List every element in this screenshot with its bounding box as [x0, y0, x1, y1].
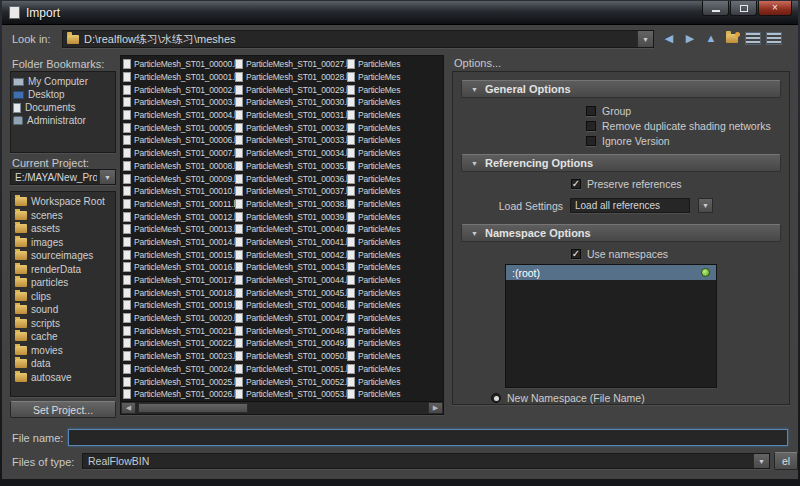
titlebar[interactable]: Import ×	[2, 1, 798, 25]
file-item[interactable]: ParticleMes	[347, 363, 443, 376]
file-item[interactable]: ParticleMesh_ST01_00004.bin	[123, 109, 235, 122]
scrollbar-track[interactable]	[136, 402, 428, 414]
bookmark-desktop[interactable]: Desktop	[13, 88, 113, 101]
scroll-left-button[interactable]: ◀	[121, 402, 136, 414]
file-item[interactable]: ParticleMesh_ST01_00034.bin	[235, 147, 347, 160]
close-button[interactable]: ×	[758, 1, 792, 16]
file-item[interactable]: ParticleMesh_ST01_00020.bin	[123, 312, 235, 325]
scrollbar-thumb[interactable]	[138, 403, 248, 413]
file-item[interactable]: ParticleMesh_ST01_00029.bin	[235, 83, 347, 96]
file-item[interactable]: ParticleMesh_ST01_00018.bin	[123, 286, 235, 299]
file-item[interactable]: ParticleMesh_ST01_00047.bin	[235, 312, 347, 325]
minimize-button[interactable]	[702, 1, 729, 16]
file-item[interactable]: ParticleMesh_ST01_00037.bin	[235, 185, 347, 198]
file-item[interactable]: ParticleMesh_ST01_00033.bin	[235, 134, 347, 147]
current-project-dropdown[interactable]: E:/MAYA/New_Proje ▼	[10, 169, 116, 185]
file-item[interactable]: ParticleMesh_ST01_00022.bin	[123, 337, 235, 350]
file-item[interactable]: ParticleMesh_ST01_00041.bin	[235, 236, 347, 249]
file-item[interactable]: ParticleMes	[347, 248, 443, 261]
file-item[interactable]: ParticleMesh_ST01_00039.bin	[235, 210, 347, 223]
file-item[interactable]: ParticleMesh_ST01_00015.bin	[123, 248, 235, 261]
file-item[interactable]: ParticleMesh_ST01_00027.bin	[235, 58, 347, 71]
namespace-options-header[interactable]: ▼ Namespace Options	[461, 224, 781, 242]
tree-folder-item[interactable]: data	[13, 357, 113, 371]
file-item[interactable]: ParticleMes	[347, 388, 443, 401]
tree-folder-item[interactable]: assets	[13, 222, 113, 236]
file-item[interactable]: ParticleMesh_ST01_00000.bin	[123, 58, 235, 71]
list-view-button[interactable]	[744, 29, 762, 47]
file-item[interactable]: ParticleMesh_ST01_00026.bin	[123, 388, 235, 401]
checkbox[interactable]	[586, 106, 596, 116]
file-item[interactable]: ParticleMesh_ST01_00040.bin	[235, 223, 347, 236]
path-dropdown-arrow[interactable]: ▼	[637, 31, 653, 47]
file-item[interactable]: ParticleMes	[347, 350, 443, 363]
tree-folder-item[interactable]: images	[13, 236, 113, 250]
file-item[interactable]: ParticleMesh_ST01_00036.bin	[235, 172, 347, 185]
file-item[interactable]: ParticleMesh_ST01_00051.bin	[235, 363, 347, 376]
tree-folder-item[interactable]: scenes	[13, 209, 113, 223]
files-of-type-dropdown[interactable]: RealFlowBIN ▼	[82, 453, 770, 469]
tree-folder-item[interactable]: cache	[13, 330, 113, 344]
file-item[interactable]: ParticleMesh_ST01_00035.bin	[235, 160, 347, 173]
file-item[interactable]: ParticleMesh_ST01_00009.bin	[123, 172, 235, 185]
file-item[interactable]: ParticleMes	[347, 375, 443, 388]
file-item[interactable]: ParticleMesh_ST01_00048.bin	[235, 324, 347, 337]
file-item[interactable]: ParticleMes	[347, 312, 443, 325]
file-item[interactable]: ParticleMesh_ST01_00043.bin	[235, 261, 347, 274]
file-item[interactable]: ParticleMes	[347, 274, 443, 287]
file-item[interactable]: ParticleMesh_ST01_00049.bin	[235, 337, 347, 350]
file-item[interactable]: ParticleMes	[347, 324, 443, 337]
file-item[interactable]: ParticleMesh_ST01_00008.bin	[123, 160, 235, 173]
file-item[interactable]: ParticleMesh_ST01_00032.bin	[235, 121, 347, 134]
checkbox[interactable]	[586, 136, 596, 146]
preserve-references-checkbox[interactable]: ✓	[571, 179, 581, 189]
file-item[interactable]: ParticleMes	[347, 172, 443, 185]
file-item[interactable]: ParticleMesh_ST01_00013.bin	[123, 223, 235, 236]
file-item[interactable]: ParticleMesh_ST01_00001.bin	[123, 71, 235, 84]
cancel-button-clipped[interactable]: el	[774, 452, 798, 470]
tree-folder-item[interactable]: sound	[13, 303, 113, 317]
checkbox[interactable]	[586, 121, 596, 131]
file-item[interactable]: ParticleMesh_ST01_00052.bin	[235, 375, 347, 388]
file-item[interactable]: ParticleMesh_ST01_00024.bin	[123, 363, 235, 376]
namespace-root-item[interactable]: :(root)	[506, 265, 716, 280]
file-item[interactable]: ParticleMesh_ST01_00011.bin	[123, 198, 235, 211]
tree-folder-item[interactable]: scripts	[13, 317, 113, 331]
file-item[interactable]: ParticleMes	[347, 337, 443, 350]
file-item[interactable]: ParticleMesh_ST01_00046.bin	[235, 299, 347, 312]
horizontal-scrollbar[interactable]: ◀ ▶	[121, 401, 443, 414]
tree-folder-item[interactable]: clips	[13, 290, 113, 304]
back-button[interactable]: ◀	[660, 29, 678, 47]
bookmark-administrator[interactable]: Administrator	[13, 114, 113, 127]
file-item[interactable]: ParticleMes	[347, 261, 443, 274]
file-item[interactable]: ParticleMes	[347, 121, 443, 134]
tree-folder-item[interactable]: particles	[13, 276, 113, 290]
file-item[interactable]: ParticleMesh_ST01_00030.bin	[235, 96, 347, 109]
file-item[interactable]: ParticleMesh_ST01_00014.bin	[123, 236, 235, 249]
tree-folder-item[interactable]: renderData	[13, 263, 113, 277]
file-item[interactable]: ParticleMes	[347, 58, 443, 71]
new-folder-button[interactable]	[723, 29, 741, 47]
files-of-type-dropdown-arrow[interactable]: ▼	[753, 454, 769, 468]
file-item[interactable]: ParticleMes	[347, 83, 443, 96]
tree-folder-item[interactable]: sourceimages	[13, 249, 113, 263]
file-item[interactable]: ParticleMesh_ST01_00007.bin	[123, 147, 235, 160]
file-item[interactable]: ParticleMesh_ST01_00053.bin	[235, 388, 347, 401]
tree-folder-item[interactable]: autosave	[13, 371, 113, 385]
set-project-button[interactable]: Set Project...	[10, 401, 116, 418]
file-item[interactable]: ParticleMesh_ST01_00031.bin	[235, 109, 347, 122]
use-namespaces-checkbox[interactable]: ✓	[571, 249, 581, 259]
file-item[interactable]: ParticleMes	[347, 160, 443, 173]
referencing-options-header[interactable]: ▼ Referencing Options	[461, 154, 781, 172]
file-item[interactable]: ParticleMesh_ST01_00012.bin	[123, 210, 235, 223]
file-item[interactable]: ParticleMes	[347, 286, 443, 299]
load-settings-dropdown[interactable]: Load all references	[570, 198, 690, 213]
path-dropdown[interactable]: D:\realflow练习\水练习\meshes ▼	[62, 30, 654, 48]
forward-button[interactable]: ▶	[681, 29, 699, 47]
file-item[interactable]: ParticleMesh_ST01_00005.bin	[123, 121, 235, 134]
file-item[interactable]: ParticleMesh_ST01_00050.bin	[235, 350, 347, 363]
maximize-button[interactable]	[730, 1, 757, 16]
bookmark-my-computer[interactable]: My Computer	[13, 75, 113, 88]
file-item[interactable]: ParticleMes	[347, 134, 443, 147]
file-item[interactable]: ParticleMesh_ST01_00038.bin	[235, 198, 347, 211]
